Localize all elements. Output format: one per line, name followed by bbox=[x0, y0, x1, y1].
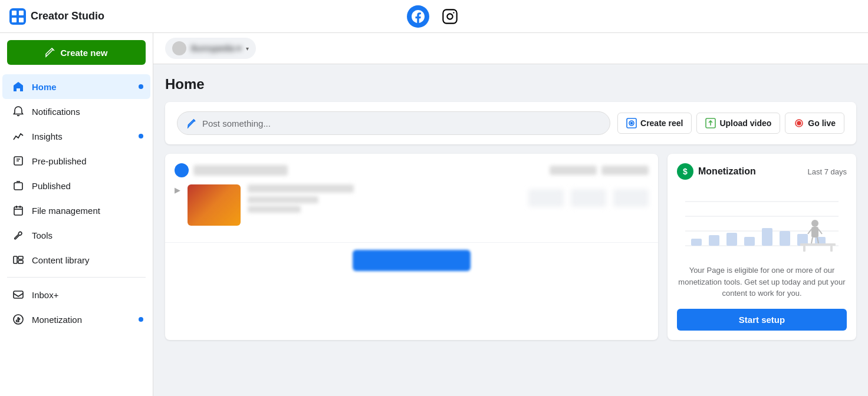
home-icon bbox=[12, 80, 25, 93]
facebook-button[interactable] bbox=[407, 5, 429, 28]
monetization-chart-svg bbox=[677, 187, 847, 258]
content-sub1-blurred bbox=[248, 196, 318, 203]
chevron-down-icon: ▾ bbox=[246, 45, 249, 52]
svg-rect-4 bbox=[19, 18, 24, 22]
thumbnail-image bbox=[188, 184, 241, 226]
content-page-avatar bbox=[175, 163, 189, 177]
svg-rect-2 bbox=[19, 11, 24, 15]
sidebar-item-label-file-management: File management bbox=[32, 206, 100, 216]
sidebar-item-content-library[interactable]: Content library bbox=[2, 248, 150, 272]
svg-line-38 bbox=[808, 229, 811, 234]
svg-rect-42 bbox=[800, 243, 836, 246]
tools-icon bbox=[12, 229, 25, 242]
sidebar-item-label-content-library: Content library bbox=[32, 255, 90, 265]
content-card: ▶ bbox=[165, 154, 658, 340]
create-new-button[interactable]: Create new bbox=[7, 40, 146, 65]
svg-rect-13 bbox=[14, 256, 17, 263]
page-title: Home bbox=[165, 76, 856, 93]
content-title-blurred bbox=[248, 184, 354, 193]
facebook-icon bbox=[412, 10, 425, 23]
svg-rect-29 bbox=[709, 235, 719, 246]
sidebar-item-label-tools: Tools bbox=[32, 230, 52, 240]
svg-line-40 bbox=[811, 237, 813, 243]
monetization-description: Your Page is eligible for one or more of… bbox=[677, 265, 847, 299]
sidebar-item-inbox[interactable]: Inbox+ bbox=[2, 282, 150, 307]
upload-icon bbox=[705, 118, 716, 128]
svg-rect-33 bbox=[780, 231, 790, 246]
home-dot bbox=[139, 84, 143, 89]
content-header-blurred bbox=[175, 163, 649, 177]
app-body: Create new Home Notifications bbox=[0, 33, 868, 396]
post-actions: Create reel Upload video bbox=[617, 113, 844, 134]
sidebar-divider bbox=[7, 277, 146, 278]
instagram-icon bbox=[442, 8, 458, 25]
content-metric-1 bbox=[528, 189, 564, 207]
content-stat-1 bbox=[550, 166, 597, 175]
upload-video-button[interactable]: Upload video bbox=[696, 113, 780, 134]
sidebar-item-label-home: Home bbox=[32, 82, 57, 92]
page-selector[interactable]: Bunnypedia ▾ ▾ bbox=[165, 38, 256, 59]
content-sub2-blurred bbox=[248, 206, 301, 213]
edit-icon bbox=[187, 118, 198, 128]
svg-rect-28 bbox=[691, 239, 702, 246]
create-new-label: Create new bbox=[60, 48, 107, 58]
sidebar-item-tools[interactable]: Tools bbox=[2, 223, 150, 248]
content-row: ▶ bbox=[175, 184, 649, 226]
sidebar-item-published[interactable]: Published bbox=[2, 173, 150, 198]
app-logo[interactable]: Creator Studio bbox=[9, 8, 104, 25]
pre-published-icon bbox=[12, 154, 25, 167]
content-info bbox=[248, 184, 521, 213]
main-content-area: Bunnypedia ▾ ▾ Home Post something... bbox=[153, 33, 868, 396]
svg-rect-44 bbox=[830, 246, 833, 252]
instagram-button[interactable] bbox=[439, 5, 461, 28]
svg-point-7 bbox=[453, 12, 454, 13]
notifications-icon bbox=[12, 105, 25, 118]
main-inner-content: Home Post something... bbox=[153, 64, 868, 352]
insights-icon bbox=[12, 130, 25, 143]
monetization-dot bbox=[139, 317, 143, 322]
content-stats-blurred bbox=[550, 166, 649, 175]
svg-rect-14 bbox=[18, 256, 23, 259]
svg-line-39 bbox=[818, 229, 822, 234]
monetization-icon bbox=[12, 313, 25, 326]
top-navigation: Creator Studio bbox=[0, 0, 868, 33]
content-library-icon bbox=[12, 253, 25, 266]
svg-rect-0 bbox=[9, 8, 26, 25]
sidebar-item-label-published: Published bbox=[32, 181, 71, 191]
sidebar-item-label-pre-published: Pre-published bbox=[32, 156, 87, 166]
content-metric-2 bbox=[571, 189, 606, 207]
bottom-row: ▶ bbox=[165, 154, 856, 340]
content-metric-3 bbox=[613, 189, 649, 207]
svg-rect-3 bbox=[12, 18, 17, 22]
svg-rect-10 bbox=[14, 207, 22, 215]
sidebar: Create new Home Notifications bbox=[0, 33, 153, 396]
content-thumbnail bbox=[188, 184, 241, 226]
monetization-title-text: Monetization bbox=[698, 166, 756, 177]
create-reel-label: Create reel bbox=[640, 118, 683, 128]
sidebar-item-pre-published[interactable]: Pre-published bbox=[2, 148, 150, 173]
svg-rect-11 bbox=[16, 206, 17, 208]
content-metrics-blurred bbox=[528, 189, 649, 207]
svg-rect-37 bbox=[811, 227, 818, 237]
post-creation-box: Post something... Create reel bbox=[165, 102, 856, 144]
svg-rect-31 bbox=[744, 237, 755, 246]
start-setup-button[interactable]: Start setup bbox=[677, 309, 847, 331]
monetization-header: $ Monetization Last 7 days bbox=[677, 163, 847, 180]
svg-point-36 bbox=[811, 220, 818, 227]
sidebar-item-notifications[interactable]: Notifications bbox=[2, 99, 150, 124]
sidebar-item-file-management[interactable]: File management bbox=[2, 198, 150, 223]
live-icon bbox=[794, 118, 804, 128]
go-live-button[interactable]: Go live bbox=[785, 113, 844, 134]
svg-point-20 bbox=[631, 123, 633, 124]
file-management-icon bbox=[12, 204, 25, 217]
sidebar-item-monetization[interactable]: Monetization bbox=[2, 307, 150, 332]
insights-dot bbox=[139, 134, 143, 138]
svg-point-6 bbox=[447, 14, 452, 19]
inbox-icon bbox=[12, 288, 25, 301]
create-reel-button[interactable]: Create reel bbox=[617, 113, 692, 134]
post-input[interactable]: Post something... bbox=[177, 111, 610, 135]
sidebar-item-insights[interactable]: Insights bbox=[2, 124, 150, 148]
start-setup-label: Start setup bbox=[739, 315, 785, 325]
svg-rect-5 bbox=[443, 9, 456, 23]
sidebar-item-home[interactable]: Home bbox=[2, 74, 150, 99]
